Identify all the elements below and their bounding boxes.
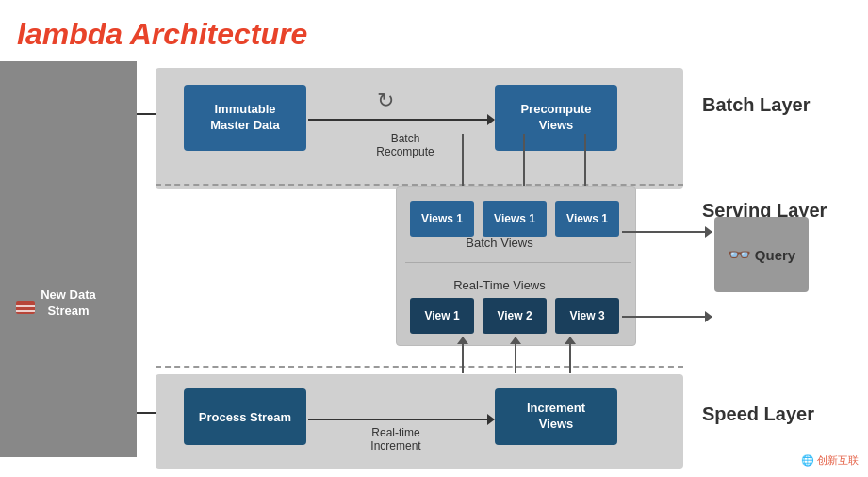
- arrow-increment-right: [569, 337, 571, 373]
- realtime-views-label: Real-Time Views: [434, 278, 565, 292]
- database-icon: [14, 299, 41, 321]
- speed-layer-label: Speed Layer: [702, 403, 814, 425]
- page-title: lambda Architecture: [17, 17, 307, 52]
- speed-arrow: [308, 419, 494, 420]
- refresh-icon: ↻: [377, 89, 394, 113]
- view1-box: View 1: [410, 298, 474, 334]
- immutable-master-box: Immutable Master Data: [184, 85, 306, 151]
- serving-divider: [405, 262, 631, 263]
- watermark: 🌐 创新互联: [801, 453, 859, 468]
- query-box: 👓 Query: [714, 217, 809, 292]
- realtime-increment-label: Real-time Increment: [339, 426, 452, 452]
- increment-views-box: Increment Views: [495, 388, 617, 445]
- batch-layer-label: Batch Layer: [702, 94, 811, 116]
- arrow-increment-left: [462, 337, 464, 373]
- views1a-box: Views 1: [410, 201, 474, 237]
- arrow-increment-mid: [515, 337, 516, 373]
- batch-recompute-label: Batch Recompute: [353, 132, 457, 158]
- arrow-to-query-top: [622, 231, 712, 233]
- speed-layer-section: Process Stream Increment Views Real-time…: [156, 374, 683, 469]
- left-sidebar: New Data Stream: [0, 61, 137, 457]
- process-stream-box: Process Stream: [184, 388, 306, 445]
- divider-bottom: [156, 366, 683, 368]
- page: lambda Architecture New Data Stream Immu…: [0, 0, 868, 477]
- views1c-box: Views 1: [555, 201, 619, 237]
- batch-arrow: [308, 119, 494, 121]
- view2-box: View 2: [483, 298, 547, 334]
- svg-rect-0: [16, 301, 35, 314]
- batch-layer-section: Immutable Master Data Precompute Views ↻…: [156, 68, 683, 189]
- views1b-box: Views 1: [483, 201, 547, 237]
- batch-views-label: Batch Views: [434, 236, 565, 250]
- view3-box: View 3: [555, 298, 619, 334]
- arrow-to-query-bot: [622, 316, 712, 318]
- query-icon: 👓: [728, 243, 751, 266]
- precompute-views-box: Precompute Views: [495, 85, 617, 151]
